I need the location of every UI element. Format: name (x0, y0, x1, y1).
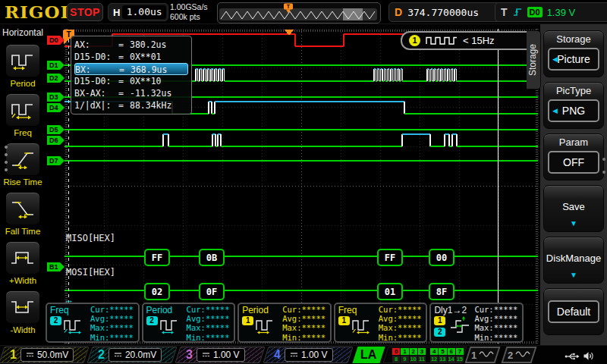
menu-button-fall-time (5, 192, 40, 225)
trigger-readout[interactable]: T D0 1.39 V (495, 2, 607, 22)
measure-row: Min:***** (90, 333, 134, 342)
digital-ch-2: 2 (410, 348, 417, 355)
measure-row: Cur:***** (379, 305, 422, 314)
coupling-icon-wrap (26, 350, 34, 360)
menu-button-rise-time (5, 143, 40, 176)
digital-ch-0: 0 (392, 348, 400, 355)
softkey-default[interactable]: Default (543, 288, 604, 335)
measure-box-freq: Freq2Cur:*****Avg:*****Max:*****Min:****… (46, 303, 140, 343)
channel-2-status[interactable]: 220.0mV (86, 347, 177, 363)
measure-row: Avg:***** (90, 314, 134, 323)
delay-icon (449, 314, 472, 335)
measure-box-period: Period1Cur:*****Avg:*****Max:*****Min:**… (237, 303, 332, 343)
delay-value: 374.770000us (407, 7, 479, 18)
pwidth-icon (10, 248, 36, 268)
bus-value-box: 02 (144, 283, 170, 300)
cursor-row-label: BX-AX: (74, 87, 118, 99)
delay-readout[interactable]: D 374.770000us (388, 2, 502, 22)
menu-item-label: Freq (0, 128, 46, 137)
status-bar: 150.0mV220.0mV31.00 V41.00 VLA0123456789… (0, 345, 607, 364)
period-icon (10, 51, 36, 71)
cursor-row: D15-D0:=0X**01 (74, 51, 188, 63)
softkey-value-box: ◀Picture (548, 48, 599, 71)
channel-status-content: 31.00 V (178, 347, 262, 362)
cursor-row-eq: = (118, 39, 130, 51)
menu-item-period[interactable]: Period (0, 44, 46, 88)
source-number: 2 (508, 350, 513, 361)
menu-item-width[interactable]: -Width (0, 290, 46, 334)
cursor-row: AX:=380.2us (74, 39, 188, 51)
cursor-row-eq: = (118, 51, 130, 63)
speaker-icon (583, 350, 595, 364)
measure-row: Cur:***** (90, 305, 134, 314)
digital-ch-15: 15 (456, 356, 464, 362)
bus-value-box: FF (144, 249, 170, 266)
delay-label: D (395, 6, 402, 18)
digital-ch-1: 1 (401, 348, 408, 355)
left-arrow-icon: ◀ (552, 107, 558, 115)
softkey-param[interactable]: ParamOFF (543, 133, 604, 180)
menu-item-freq[interactable]: Freq (0, 93, 46, 137)
cursor-row-eq: = (118, 75, 130, 87)
bus-label-mosi-hex: MOSI[HEX] (66, 267, 115, 278)
sine-icon-wrap (515, 350, 530, 361)
delay-icon-wrap (449, 314, 472, 338)
menu-item-width[interactable]: +Width (0, 241, 46, 285)
vertical-scale: 50.0mV (20, 348, 74, 362)
measure-title: Freq (338, 305, 357, 315)
softkey-value: PNG (562, 105, 585, 117)
digital-ch-8: 8 (392, 356, 400, 362)
channel-3-status[interactable]: 31.00 V (175, 347, 265, 363)
sine-icon (515, 350, 530, 359)
digital-ch-5: 5 (439, 348, 446, 355)
channel-4-status[interactable]: 41.00 V (263, 347, 353, 363)
measure-box-freq: Freq1Cur:*****Avg:*****Max:*****Min:****… (334, 303, 428, 343)
source-1-status[interactable]: 1 (464, 347, 500, 363)
cursor-row-eq: = (118, 99, 130, 111)
measure-row: Avg:***** (187, 314, 230, 323)
measure-row: Min:***** (379, 333, 422, 342)
horizontal-scale-group[interactable]: H 1.00us (108, 3, 168, 21)
measure-row: Max:***** (474, 323, 517, 332)
measure-row: Max:***** (187, 323, 230, 332)
left-arrow-icon: ◀ (552, 55, 558, 63)
digital-ch-3: 3 (418, 348, 426, 355)
rise-icon (10, 149, 36, 169)
fall-icon (10, 199, 36, 218)
softkey-diskmanage[interactable]: DiskManage▼ (543, 237, 604, 284)
softkey-value: Default (557, 306, 590, 318)
la-digit-row: 89101112131415 (392, 356, 464, 362)
measure-title: Period (242, 305, 269, 315)
coupling-icon-wrap (290, 350, 298, 360)
run-state-indicator[interactable]: STOP (67, 3, 103, 21)
horizontal-label: H (110, 7, 120, 18)
source-content: 1 (469, 348, 496, 362)
freq-icon (10, 100, 36, 120)
measure-values: Cur:*****Avg:*****Max:*****Min:***** (187, 305, 230, 342)
measure-row: Max:***** (379, 323, 422, 332)
softkey-pictype[interactable]: PicType◀PNG (543, 82, 604, 129)
channel-1-status[interactable]: 150.0mV (0, 347, 90, 363)
waveform-preview[interactable]: T (217, 2, 381, 24)
channel-status-content: 220.0mV (90, 347, 174, 362)
menu-item-label: +Width (0, 276, 46, 285)
coupling-icon (202, 351, 210, 358)
menu-item-fall-time[interactable]: Fall Time (0, 192, 46, 236)
source-2-status[interactable]: 2 (501, 347, 536, 363)
softkey-storage[interactable]: Storage◀Picture (543, 30, 604, 77)
bus-value-box: 0F (199, 283, 225, 300)
top-bar: RIGOL STOP H 1.00us 1.00GSa/s 600k pts T… (0, 0, 607, 24)
oscilloscope-screen: RIGOL STOP H 1.00us 1.00GSa/s 600k pts T… (0, 0, 607, 364)
menu-tab[interactable]: Storage (527, 30, 541, 89)
softkey-title: Param (544, 136, 603, 148)
digital-ch-14: 14 (448, 356, 455, 362)
digital-ch-9: 9 (401, 356, 408, 362)
measure-box-dly1-2: Dly1→212Cur:*****Avg:*****Max:*****Min:*… (429, 303, 524, 343)
softkey-save[interactable]: Save▼ (543, 185, 604, 232)
scale-value: 1.00 V (301, 350, 328, 360)
bus-value-box: 01 (377, 283, 403, 300)
channel-status-content: 150.0mV (2, 347, 86, 362)
cursor-row-value: -11.32us (130, 87, 188, 99)
la-badge[interactable]: LA (352, 347, 385, 363)
menu-button-width (5, 290, 40, 324)
